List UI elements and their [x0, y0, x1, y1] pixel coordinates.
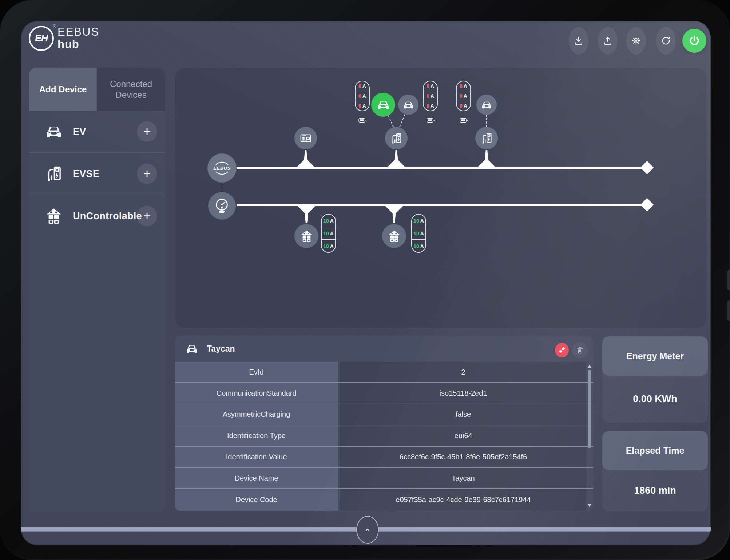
disconnect-button[interactable] — [555, 343, 569, 357]
property-key: Device Code — [175, 489, 338, 510]
property-value: 2 — [340, 362, 586, 382]
scrollbar-thumb[interactable] — [588, 370, 591, 448]
tab-add-device-label: Add Device — [39, 84, 87, 95]
property-key: Identification Value — [175, 447, 338, 467]
tab-connected-devices-label: Connected Devices — [102, 79, 160, 100]
device-properties-table: EvId 2 CommunicationStandard iso15118-2e… — [175, 362, 593, 511]
car-icon — [183, 342, 200, 356]
amp-badge-cell: 10A — [412, 239, 425, 252]
property-value: eui64 — [340, 425, 586, 446]
amp-badge-cell: 0A — [424, 101, 437, 111]
delete-device-button[interactable] — [572, 342, 588, 358]
registered-mark: ® — [53, 24, 56, 29]
ev-link-vertical — [486, 115, 487, 127]
property-key: AsymmetricCharging — [175, 404, 338, 425]
amp-limit-badge: 10A 10A 10A — [321, 214, 336, 253]
ev-node[interactable] — [476, 95, 497, 115]
energy-meter-title: Energy Meter — [602, 336, 708, 376]
elapsed-time-title: Elapsed Time — [602, 431, 708, 470]
download-button[interactable] — [569, 27, 588, 55]
property-value: 6cc8ef6c-9f5c-45b1-8f6e-505ef2a154f6 — [340, 447, 586, 467]
house-appliances-icon — [299, 229, 314, 244]
energy-meter-value: 0.00 KWh — [602, 376, 708, 423]
brand-line1: EEBUS — [57, 26, 99, 37]
charging-station-icon — [480, 131, 493, 145]
amp-badge-cell: 10A — [412, 215, 425, 227]
table-row: EvId 2 — [175, 362, 593, 383]
scroll-down-arrow-icon[interactable] — [588, 504, 591, 507]
logo-initials: EH — [35, 33, 48, 44]
table-row: Identification Type eui64 — [175, 425, 593, 447]
sidebar-item-evse-label: EVSE — [73, 168, 99, 180]
table-row: CommunicationStandard iso15118-2ed1 — [175, 383, 593, 404]
property-value: iso15118-2ed1 — [340, 383, 586, 403]
ev-node-active[interactable] — [371, 93, 395, 117]
charging-station-icon — [42, 163, 66, 184]
car-icon — [42, 121, 66, 142]
arc-up-icon — [214, 161, 230, 165]
hub-meter-link — [222, 183, 222, 191]
evse-node-2[interactable] — [475, 127, 498, 149]
table-row: Device Name Taycan — [175, 468, 593, 489]
amp-badge-cell: 10A — [322, 227, 335, 239]
brand-line2: hub — [57, 39, 99, 50]
add-uncontrolable-button[interactable]: + — [137, 206, 157, 226]
house-node-1[interactable] — [294, 224, 318, 248]
table-row: Identification Value 6cc8ef6c-9f5c-45b1-… — [175, 447, 593, 468]
amp-limit-badge: 0A 0A 0A — [355, 81, 370, 111]
tablet-mockup: EH ® EEBUS hub — [0, 0, 730, 560]
amp-limit-badge: 0A 0A 0A — [456, 81, 471, 111]
amp-badge-cell: 10A — [412, 227, 425, 239]
amp-badge-cell: 0A — [356, 101, 369, 111]
power-button[interactable] — [682, 29, 706, 53]
amp-badge-cell: 0A — [457, 81, 470, 91]
tablet-power-button — [727, 300, 730, 321]
sidebar-item-evse: EVSE + — [29, 152, 165, 195]
sidebar-item-ev: EV + — [29, 111, 165, 152]
amp-limit-badge: 10A 10A 10A — [411, 214, 426, 253]
house-appliances-icon — [387, 229, 402, 244]
house-node-2[interactable] — [382, 224, 406, 248]
controller-node[interactable] — [294, 127, 317, 149]
property-value: Taycan — [340, 468, 586, 488]
table-scrollbar[interactable] — [588, 365, 591, 507]
trash-icon — [575, 345, 585, 355]
eebus-hub-node[interactable]: EEBUS — [207, 153, 237, 183]
amp-badge-cell: 10A — [322, 215, 335, 227]
amp-badge-cell: 0A — [457, 91, 470, 100]
property-value: false — [340, 404, 586, 425]
tab-connected-devices[interactable]: Connected Devices — [97, 68, 165, 111]
sidebar-item-uncontrolable-label: UnControlable — [73, 211, 142, 222]
download-icon — [573, 35, 584, 46]
drawer-expand-handle[interactable] — [356, 516, 379, 544]
evse-node-1[interactable] — [385, 127, 408, 149]
battery-icon — [422, 116, 439, 125]
amp-limit-badge: 0A 0A 0A — [423, 81, 438, 111]
device-title: Taycan — [207, 344, 235, 354]
add-evse-button[interactable]: + — [137, 164, 157, 184]
scroll-up-arrow-icon[interactable] — [588, 365, 591, 368]
property-value: e057f35a-ac9c-4cde-9e39-68c7c6171944 — [340, 489, 586, 510]
house-appliances-icon — [42, 205, 66, 227]
analog-meter-icon — [213, 197, 230, 214]
refresh-button[interactable] — [656, 27, 676, 55]
battery-icon — [354, 116, 370, 125]
table-row: Device Code e057f35a-ac9c-4cde-9e39-68c7… — [175, 489, 593, 510]
tab-add-device[interactable]: Add Device — [29, 68, 97, 111]
sidebar-item-uncontrolable: UnControlable + — [29, 195, 165, 237]
amp-badge-cell: 0A — [356, 81, 369, 91]
grid-meter-node[interactable] — [208, 192, 236, 220]
property-key: Device Name — [175, 468, 338, 488]
table-row: AsymmetricCharging false — [175, 404, 593, 425]
ev-node[interactable] — [398, 95, 418, 115]
settings-button[interactable] — [626, 27, 646, 55]
power-icon — [688, 35, 701, 47]
upload-button[interactable] — [598, 27, 618, 55]
property-key: Identification Type — [175, 425, 338, 446]
car-icon — [402, 99, 415, 111]
amp-badge-cell: 10A — [322, 239, 335, 252]
amp-badge-cell: 0A — [424, 81, 437, 91]
sidebar-tabs: Add Device Connected Devices — [29, 68, 165, 111]
sidebar-item-ev-label: EV — [73, 126, 86, 137]
add-ev-button[interactable]: + — [137, 121, 157, 142]
